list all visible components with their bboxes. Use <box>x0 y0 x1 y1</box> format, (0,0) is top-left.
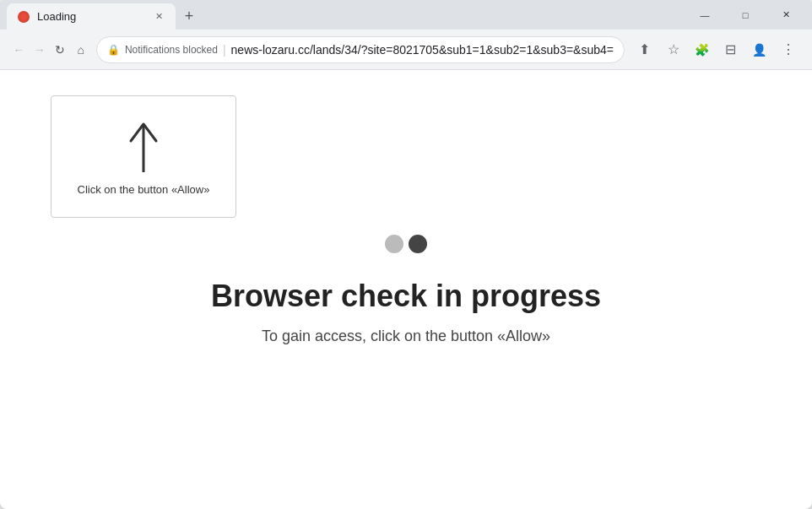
maximize-button[interactable]: □ <box>726 3 765 27</box>
arrow-up-icon <box>122 117 165 176</box>
omnibox-separator: | <box>223 43 226 57</box>
reload-icon: ↻ <box>55 43 65 57</box>
back-icon: ← <box>13 43 24 57</box>
loading-dots <box>385 235 427 253</box>
url-text: news-lozaru.cc/lands/34/?site=8021705&su… <box>231 43 614 57</box>
active-tab[interactable]: Loading ✕ <box>7 3 176 30</box>
minimize-icon: — <box>701 10 710 20</box>
forward-icon: → <box>34 43 46 57</box>
sub-text: To gain access, click on the button «All… <box>262 328 550 345</box>
extensions-button[interactable]: 🧩 <box>689 36 716 63</box>
favicon-icon <box>18 11 30 23</box>
title-bar: Loading ✕ + — □ ✕ <box>0 0 812 30</box>
home-icon: ⌂ <box>77 43 84 57</box>
bookmark-button[interactable]: ☆ <box>660 36 687 63</box>
notifications-blocked-label: Notifications blocked <box>125 44 218 56</box>
share-icon: ⬆ <box>639 41 650 57</box>
tab-bar: Loading ✕ + <box>7 0 685 30</box>
minimize-button[interactable]: — <box>685 3 724 27</box>
instruction-box: Click on the button «Allow» <box>51 95 236 218</box>
back-button[interactable]: ← <box>10 36 27 63</box>
toolbar-icons: ⬆ ☆ 🧩 ⊟ 👤 ⋮ <box>631 36 802 63</box>
dot-dark <box>409 235 427 253</box>
menu-button[interactable]: ⋮ <box>775 36 802 63</box>
profile-button[interactable]: 👤 <box>746 36 773 63</box>
instruction-text: Click on the button «Allow» <box>78 183 210 196</box>
chrome-window: Loading ✕ + — □ ✕ ← → ↻ <box>0 0 812 509</box>
tab-close-button[interactable]: ✕ <box>152 10 165 24</box>
close-button[interactable]: ✕ <box>766 3 805 27</box>
close-icon: ✕ <box>782 9 790 20</box>
page-content: Click on the button «Allow» Browser chec… <box>0 70 812 509</box>
maximize-icon: □ <box>743 10 749 20</box>
omnibox[interactable]: 🔒 Notifications blocked | news-lozaru.cc… <box>96 36 625 63</box>
home-button[interactable]: ⌂ <box>72 36 89 63</box>
address-bar: ← → ↻ ⌂ 🔒 Notifications blocked | news-l… <box>0 30 812 70</box>
reload-button[interactable]: ↻ <box>51 36 68 63</box>
tab-favicon <box>17 10 30 24</box>
sidebar-icon: ⊟ <box>725 41 736 57</box>
security-icon: 🔒 <box>107 44 120 56</box>
menu-icon: ⋮ <box>782 41 795 57</box>
tab-title: Loading <box>37 10 145 23</box>
share-button[interactable]: ⬆ <box>631 36 658 63</box>
sidebar-button[interactable]: ⊟ <box>717 36 744 63</box>
main-heading: Browser check in progress <box>211 279 601 314</box>
extensions-icon: 🧩 <box>695 43 709 57</box>
dot-light <box>385 235 403 253</box>
window-controls: — □ ✕ <box>685 3 805 27</box>
bookmark-icon: ☆ <box>668 41 679 57</box>
new-tab-button[interactable]: + <box>177 5 201 29</box>
forward-button[interactable]: → <box>30 36 47 63</box>
profile-icon: 👤 <box>752 43 766 57</box>
